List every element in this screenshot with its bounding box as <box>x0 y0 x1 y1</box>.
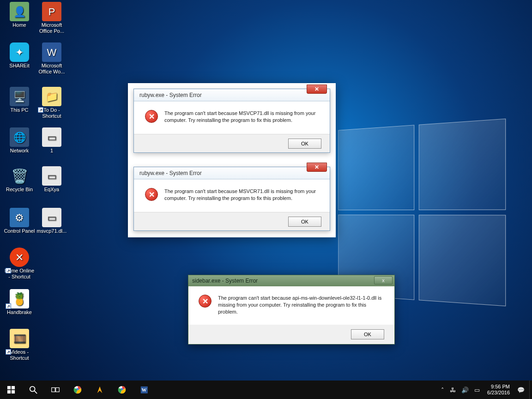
svg-rect-1 <box>12 386 15 389</box>
error-dialog-3: sidebar.exe - System Error x ✕ The progr… <box>188 275 395 345</box>
icon-label: EqXya <box>44 187 59 193</box>
taskbar-app-winamp[interactable] <box>89 381 111 399</box>
word-icon: W <box>42 42 61 62</box>
close-circle-icon: ✕ <box>10 248 29 267</box>
error-dialog-2: rubyw.exe - System Error ✕ ✕ The program… <box>133 167 330 231</box>
shortcut-arrow-icon: ↗ <box>6 303 11 309</box>
desktop-icon-videos[interactable]: 🎞️ ↗ Videos - Shortcut <box>3 329 36 361</box>
clock-time: 9:56 PM <box>491 384 510 390</box>
desktop-icon-eqxya[interactable]: ▭ EqXya <box>35 166 68 193</box>
error-icon: ✕ <box>199 295 212 308</box>
taskbar-app-chrome[interactable] <box>66 381 89 399</box>
icon-label: Home <box>12 22 26 28</box>
shortcut-arrow-icon: ↗ <box>6 268 11 273</box>
dialog-footer: OK <box>134 212 330 230</box>
desktop-icon-todo[interactable]: 📁 ↗ To Do - Shortcut <box>35 87 68 119</box>
ok-button[interactable]: OK <box>288 139 321 149</box>
desktop-icon-shareit[interactable]: ✦ SHAREit <box>3 42 36 69</box>
desktop-icon-network[interactable]: 🌐 Network <box>3 127 36 154</box>
svg-rect-3 <box>12 390 15 393</box>
icon-label: Handbrake <box>7 309 32 315</box>
dialog-title: sidebar.exe - System Error <box>192 278 258 284</box>
taskbar-pinned: W <box>66 381 155 399</box>
task-view-button[interactable] <box>44 381 66 399</box>
dialog-body: ✕ The program can't start because MSVCR7… <box>134 179 330 212</box>
clock-date: 6/23/2016 <box>487 390 510 396</box>
error-dialog-group: rubyw.exe - System Error ✕ ✕ The program… <box>128 83 336 237</box>
dialog-body: ✕ The program can't start because MSVCP7… <box>134 101 330 134</box>
input-lang-tray-icon[interactable]: ▭ <box>474 387 480 393</box>
shareit-icon: ✦ <box>10 42 29 62</box>
taskbar-app-word[interactable]: W <box>133 381 155 399</box>
svg-point-4 <box>30 387 35 392</box>
dialog-title: rubyw.exe - System Error <box>139 170 202 176</box>
svg-rect-7 <box>56 388 60 392</box>
taskbar-app-chrome-2[interactable] <box>111 381 133 399</box>
desktop-icon-msvcp71[interactable]: ▭ msvcp71.dl... <box>35 208 68 234</box>
dialog-footer: OK <box>188 325 394 344</box>
error-dialog-1: rubyw.exe - System Error ✕ ✕ The program… <box>133 89 330 153</box>
powerpoint-icon: P <box>42 2 61 21</box>
start-button[interactable] <box>0 381 22 399</box>
desktop-icon-handbrake[interactable]: 🍍 ↗ Handbrake <box>3 289 36 315</box>
icon-label: Recycle Bin <box>6 187 33 193</box>
network-tray-icon[interactable]: 🖧 <box>450 387 456 393</box>
close-button[interactable]: x <box>374 276 393 284</box>
icon-label: Control Panel <box>4 228 35 234</box>
handbrake-icon: 🍍 <box>10 289 29 308</box>
svg-rect-6 <box>52 388 55 392</box>
taskbar: W ˄ 🖧 🔊 ▭ 9:56 PM 6/23/2016 💬 <box>0 381 532 399</box>
file-icon: ▭ <box>42 127 61 147</box>
dialog-footer: OK <box>134 134 330 152</box>
dialog-message: The program can't start because MSVCP71.… <box>164 110 319 124</box>
dialog-body: ✕ The program can't start because api-ms… <box>188 286 394 325</box>
svg-line-5 <box>35 391 37 393</box>
dialog-titlebar[interactable]: sidebar.exe - System Error x <box>188 275 394 286</box>
dialog-title: rubyw.exe - System Error <box>139 92 202 98</box>
pc-icon: 🖥️ <box>10 87 29 106</box>
action-center-icon[interactable]: 💬 <box>517 387 525 393</box>
close-button[interactable]: ✕ <box>307 163 327 172</box>
dialog-message: The program can't start because api-ms-w… <box>218 295 384 315</box>
svg-rect-2 <box>7 390 11 393</box>
svg-text:W: W <box>142 387 147 393</box>
dialog-titlebar[interactable]: rubyw.exe - System Error ✕ <box>134 167 330 179</box>
shortcut-arrow-icon: ↗ <box>38 107 43 113</box>
icon-label: Microsoft Office Wo... <box>36 63 68 75</box>
recycle-icon: 🗑️ <box>10 166 29 186</box>
ok-button[interactable]: OK <box>351 329 384 339</box>
desktop-icon-controlpanel[interactable]: ⚙ Control Panel <box>3 208 36 234</box>
icon-label: 1 <box>50 148 53 154</box>
error-icon: ✕ <box>145 188 158 201</box>
person-icon: 👤 <box>10 2 29 21</box>
desktop-icon-homeonline[interactable]: ✕ ↗ Home Online - Shortcut <box>3 248 36 280</box>
svg-marker-10 <box>97 387 103 393</box>
show-desktop-button[interactable] <box>529 381 532 399</box>
desktop-icon-word[interactable]: W Microsoft Office Wo... <box>35 42 68 75</box>
desktop-icon-thispc[interactable]: 🖥️ This PC <box>3 87 36 113</box>
close-button[interactable]: ✕ <box>307 85 327 94</box>
tray-overflow-icon[interactable]: ˄ <box>441 387 444 393</box>
dll-icon: ▭ <box>42 208 61 227</box>
search-button[interactable] <box>22 381 44 399</box>
desktop-icon-home[interactable]: 👤 Home <box>3 2 36 28</box>
video-folder-icon: 🎞️ <box>10 329 29 348</box>
file-icon: ▭ <box>42 166 61 186</box>
taskbar-clock[interactable]: 9:56 PM 6/23/2016 <box>485 384 512 396</box>
system-tray: ˄ 🖧 🔊 ▭ 9:56 PM 6/23/2016 💬 <box>439 381 529 399</box>
desktop-icon-recyclebin[interactable]: 🗑️ Recycle Bin <box>3 166 36 193</box>
icon-label: Microsoft Office Po... <box>36 22 68 34</box>
icon-label: msvcp71.dl... <box>37 228 67 234</box>
desktop-icon-powerpoint[interactable]: P Microsoft Office Po... <box>35 2 68 34</box>
ok-button[interactable]: OK <box>288 217 321 227</box>
desktop-icon-one[interactable]: ▭ 1 <box>35 127 68 154</box>
dialog-message: The program can't start because MSVCR71.… <box>164 188 319 202</box>
volume-tray-icon[interactable]: 🔊 <box>461 387 469 393</box>
network-icon: 🌐 <box>10 127 29 147</box>
error-icon: ✕ <box>145 110 158 123</box>
svg-rect-0 <box>7 386 11 389</box>
control-panel-icon: ⚙ <box>10 208 29 227</box>
dialog-titlebar[interactable]: rubyw.exe - System Error ✕ <box>134 89 330 101</box>
folder-icon: 📁 <box>42 87 61 106</box>
icon-label: Network <box>10 148 29 154</box>
